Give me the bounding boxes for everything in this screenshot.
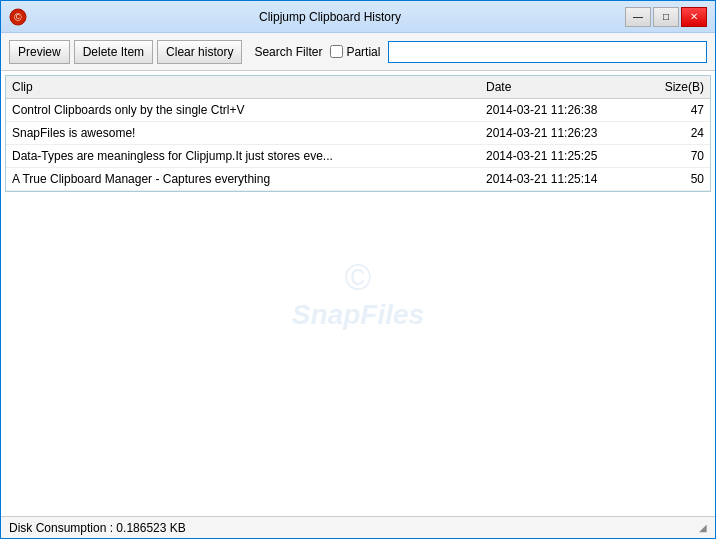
content-wrapper: Clip Date Size(B) Control Clipboards onl… bbox=[1, 71, 715, 516]
window-controls: — □ ✕ bbox=[625, 7, 707, 27]
partial-label: Partial bbox=[346, 45, 380, 59]
toolbar: Preview Delete Item Clear history Search… bbox=[1, 33, 715, 71]
delete-item-button[interactable]: Delete Item bbox=[74, 40, 153, 64]
header-date: Date bbox=[480, 76, 640, 98]
cell-clip: Control Clipboards only by the single Ct… bbox=[6, 99, 480, 121]
preview-button[interactable]: Preview bbox=[9, 40, 70, 64]
header-size: Size(B) bbox=[640, 76, 710, 98]
cell-size: 47 bbox=[640, 99, 710, 121]
table-row[interactable]: Data-Types are meaningless for Clipjump.… bbox=[6, 145, 710, 168]
cell-size: 24 bbox=[640, 122, 710, 144]
cell-date: 2014-03-21 11:25:14 bbox=[480, 168, 640, 190]
watermark-symbol: © bbox=[292, 257, 424, 299]
cell-date: 2014-03-21 11:26:38 bbox=[480, 99, 640, 121]
header-clip: Clip bbox=[6, 76, 480, 98]
watermark-text: SnapFiles bbox=[292, 299, 424, 331]
table-row[interactable]: SnapFiles is awesome!2014-03-21 11:26:23… bbox=[6, 122, 710, 145]
table-body: Control Clipboards only by the single Ct… bbox=[6, 99, 710, 191]
cell-clip: Data-Types are meaningless for Clipjump.… bbox=[6, 145, 480, 167]
cell-date: 2014-03-21 11:26:23 bbox=[480, 122, 640, 144]
cell-size: 70 bbox=[640, 145, 710, 167]
svg-text:©: © bbox=[14, 12, 22, 23]
cell-date: 2014-03-21 11:25:25 bbox=[480, 145, 640, 167]
table-row[interactable]: A True Clipboard Manager - Captures ever… bbox=[6, 168, 710, 191]
clear-history-button[interactable]: Clear history bbox=[157, 40, 242, 64]
table-row[interactable]: Control Clipboards only by the single Ct… bbox=[6, 99, 710, 122]
search-input[interactable] bbox=[388, 41, 707, 63]
resize-grip: ◢ bbox=[699, 522, 707, 533]
watermark: © SnapFiles bbox=[292, 257, 424, 331]
window-title: Clipjump Clipboard History bbox=[35, 10, 625, 24]
search-filter-label: Search Filter bbox=[254, 45, 322, 59]
title-bar: © Clipjump Clipboard History — □ ✕ bbox=[1, 1, 715, 33]
status-bar: Disk Consumption : 0.186523 KB ◢ bbox=[1, 516, 715, 538]
cell-clip: A True Clipboard Manager - Captures ever… bbox=[6, 168, 480, 190]
maximize-button[interactable]: □ bbox=[653, 7, 679, 27]
app-icon: © bbox=[9, 8, 27, 26]
partial-checkbox-label[interactable]: Partial bbox=[330, 45, 380, 59]
table-header: Clip Date Size(B) bbox=[6, 76, 710, 99]
close-button[interactable]: ✕ bbox=[681, 7, 707, 27]
cell-clip: SnapFiles is awesome! bbox=[6, 122, 480, 144]
content-area: Clip Date Size(B) Control Clipboards onl… bbox=[5, 75, 711, 192]
cell-size: 50 bbox=[640, 168, 710, 190]
partial-checkbox[interactable] bbox=[330, 45, 343, 58]
main-window: © Clipjump Clipboard History — □ ✕ Previ… bbox=[0, 0, 716, 539]
disk-consumption: Disk Consumption : 0.186523 KB bbox=[9, 521, 186, 535]
minimize-button[interactable]: — bbox=[625, 7, 651, 27]
